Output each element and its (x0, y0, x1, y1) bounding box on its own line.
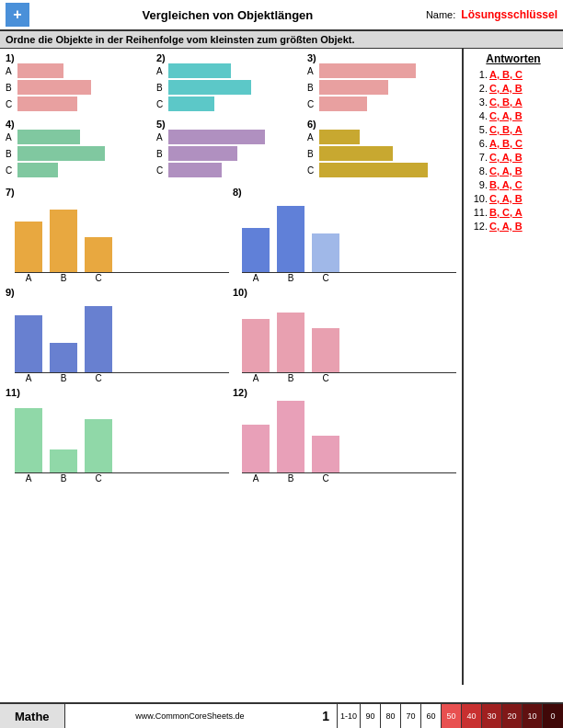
answer-11: 11. B, C, A (467, 207, 559, 218)
footer-page: 1 (315, 704, 338, 728)
p5-bar-a (168, 130, 265, 144)
answer-9-val: B, A, C (489, 179, 523, 190)
answer-7-val: C, A, B (489, 152, 523, 163)
score-label: 1-10 (338, 704, 361, 728)
answer-10-num: 10. (467, 193, 488, 204)
problems-row-1: 1) A B C 2) A (6, 52, 456, 113)
main-content: 1) A B C 2) A (0, 49, 563, 685)
p11-lbl-a: A (15, 473, 42, 483)
p12-bar-c (312, 436, 339, 472)
p3-label-c: C (307, 99, 316, 109)
p12-col-c (312, 436, 339, 472)
p7-lbl-c: C (85, 273, 112, 283)
p4-label-a: A (6, 132, 15, 142)
p6-row-c: C (307, 163, 456, 177)
problem-9-num: 9) (6, 287, 229, 298)
p11-col-c (85, 419, 112, 472)
p7-labels: A B C (15, 273, 229, 283)
p1-label-a: A (6, 66, 15, 76)
p11-bar-a (15, 408, 42, 472)
header-name: Name: (426, 9, 455, 20)
p12-col-b (277, 401, 304, 472)
p12-col-a (242, 425, 270, 472)
problem-10: 10) A B C (233, 287, 456, 383)
p11-lbl-b: B (50, 473, 77, 483)
answer-9-num: 9. (467, 179, 488, 190)
p11-lbl-c: C (85, 473, 112, 483)
answer-9: 9. B, A, C (467, 179, 559, 190)
problem-12-num: 12) (233, 387, 456, 398)
score-20: 20 (502, 704, 523, 728)
p2-bar-a (168, 63, 231, 78)
answer-1: 1. A, B, C (467, 69, 559, 80)
p12-lbl-b: B (277, 473, 304, 483)
answer-8: 8. C, A, B (467, 165, 559, 176)
answer-4-val: C, A, B (489, 110, 523, 121)
answer-2-val: C, A, B (489, 83, 523, 94)
answer-5-num: 5. (467, 124, 488, 135)
p5-label-b: B (156, 149, 166, 159)
p8-bar-a (242, 228, 270, 272)
p12-bar-b (277, 401, 304, 472)
p9-col-c (85, 306, 112, 372)
answers-panel: Antworten 1. A, B, C 2. C, A, B 3. C, B,… (462, 49, 563, 685)
worksheet: 1) A B C 2) A (0, 49, 462, 685)
p5-row-c: C (156, 163, 305, 177)
p6-bar-b (319, 146, 393, 161)
p6-label-c: C (307, 165, 316, 176)
answer-11-val: B, C, A (489, 207, 523, 218)
vbar-row-1: 7) A B C (6, 187, 456, 283)
p9-bar-b (50, 343, 77, 372)
problem-12: 12) A B C (233, 387, 456, 483)
answer-10-val: C, A, B (489, 193, 523, 204)
problems-row-2: 4) A B C 5) A (6, 119, 456, 179)
p1-bar-c (17, 97, 77, 111)
p8-bar-b (277, 206, 304, 272)
p10-col-c (312, 328, 339, 372)
p10-col-b (277, 313, 304, 372)
p12-lbl-c: C (312, 473, 339, 483)
p4-label-b: B (6, 149, 15, 159)
p8-col-a (242, 228, 270, 272)
problem-9: 9) A B C (6, 287, 229, 383)
p7-bar-b (50, 210, 77, 272)
answer-12-val: C, A, B (489, 221, 523, 232)
p3-bar-b (319, 80, 388, 95)
p6-bar-c (319, 163, 428, 177)
p10-chart (242, 300, 456, 373)
p2-bar-c (168, 97, 214, 111)
problem-7: 7) A B C (6, 187, 229, 283)
answer-2-num: 2. (467, 83, 488, 94)
p10-labels: A B C (242, 373, 456, 383)
p10-bar-b (277, 313, 304, 372)
p3-label-b: B (307, 83, 316, 93)
problem-2-num: 2) (156, 52, 305, 63)
answer-6-num: 6. (467, 138, 488, 149)
p11-col-b (50, 449, 77, 472)
p1-row-b: B (6, 80, 155, 95)
p1-label-c: C (6, 99, 15, 109)
p1-bar-b (17, 80, 91, 95)
problem-7-num: 7) (6, 187, 229, 198)
problem-3: 3) A B C (307, 52, 456, 113)
p3-bar-c (319, 97, 367, 111)
p7-bar-c (85, 237, 112, 272)
answer-3: 3. C, B, A (467, 97, 559, 108)
answer-8-num: 8. (467, 165, 488, 176)
p1-row-c: C (6, 97, 155, 111)
answer-5: 5. C, B, A (467, 124, 559, 135)
p8-chart (242, 199, 456, 273)
answer-4: 4. C, A, B (467, 110, 559, 121)
p10-lbl-b: B (277, 373, 304, 383)
answer-12: 12. C, A, B (467, 221, 559, 232)
p4-bar-b (17, 146, 105, 161)
p9-bar-c (85, 306, 112, 372)
p2-label-b: B (156, 83, 166, 93)
p4-row-c: C (6, 163, 155, 177)
answer-6: 6. A, B, C (467, 138, 559, 149)
p11-bar-b (50, 449, 77, 472)
p4-row-a: A (6, 130, 155, 144)
answer-7: 7. C, A, B (467, 152, 559, 163)
p1-label-b: B (6, 83, 15, 93)
problem-4-num: 4) (6, 119, 155, 130)
